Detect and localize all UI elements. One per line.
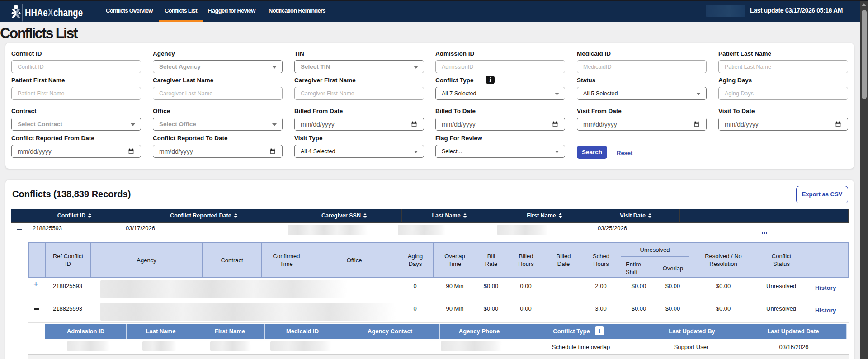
svg-text:HHAeXchange: HHAeXchange [25, 6, 83, 19]
